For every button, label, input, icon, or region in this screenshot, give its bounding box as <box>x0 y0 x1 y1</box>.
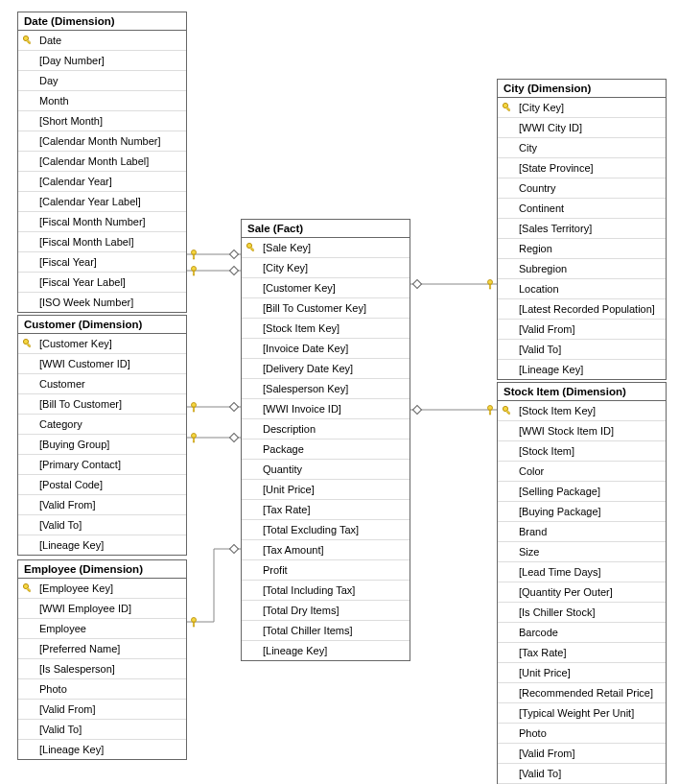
field-row[interactable]: [Lead Time Days] <box>498 562 666 582</box>
field-row[interactable]: [Valid To] <box>498 340 666 360</box>
field-row[interactable]: [Bill To Customer] <box>18 394 186 415</box>
field-row[interactable]: Continent <box>498 199 666 219</box>
field-row[interactable]: [Sales Territory] <box>498 219 666 239</box>
field-row[interactable]: [Primary Contact] <box>18 455 186 475</box>
field-row[interactable]: [Fiscal Year] <box>18 252 186 273</box>
field-row[interactable]: [Lineage Key] <box>498 360 666 379</box>
field-row[interactable]: [Unit Price] <box>498 663 666 683</box>
field-row[interactable]: Description <box>242 419 410 440</box>
field-row[interactable]: [Valid From] <box>18 700 186 720</box>
field-row[interactable]: [WWI Employee ID] <box>18 599 186 619</box>
field-row[interactable]: [Valid From] <box>18 495 186 515</box>
field-row[interactable]: [Buying Group] <box>18 435 186 455</box>
field-row[interactable]: Profit <box>242 560 410 581</box>
field-row[interactable]: [Salesperson Key] <box>242 379 410 399</box>
table-employee[interactable]: Employee (Dimension) [Employee Key][WWI … <box>17 559 187 760</box>
field-row[interactable]: [City Key] <box>242 258 410 278</box>
field-row[interactable]: [Stock Item] <box>498 441 666 462</box>
field-row[interactable]: [Delivery Date Key] <box>242 359 410 379</box>
field-row[interactable]: [Employee Key] <box>18 579 186 599</box>
field-row[interactable]: [Lineage Key] <box>242 641 410 660</box>
field-label: [Unit Price] <box>263 484 315 495</box>
field-label: [Total Including Tax] <box>263 584 355 596</box>
field-row[interactable]: [Fiscal Year Label] <box>18 273 186 293</box>
field-row[interactable]: Date <box>18 31 186 51</box>
field-row[interactable]: [Is Salesperson] <box>18 659 186 679</box>
field-row[interactable]: [Calendar Year Label] <box>18 192 186 212</box>
field-row[interactable]: [Bill To Customer Key] <box>242 298 410 319</box>
field-row[interactable]: Photo <box>18 679 186 700</box>
field-row[interactable]: [Preferred Name] <box>18 639 186 659</box>
field-row[interactable]: [Tax Amount] <box>242 540 410 560</box>
field-row[interactable]: [Tax Rate] <box>498 643 666 663</box>
field-row[interactable]: [Total Excluding Tax] <box>242 520 410 540</box>
table-date[interactable]: Date (Dimension) Date[Day Number]DayMont… <box>17 12 187 313</box>
field-row[interactable]: [Calendar Month Number] <box>18 131 186 152</box>
field-row[interactable]: [Recommended Retail Price] <box>498 683 666 703</box>
table-city[interactable]: City (Dimension) [City Key][WWI City ID]… <box>497 79 667 380</box>
field-row[interactable]: [Valid From] <box>498 320 666 340</box>
field-row[interactable]: Brand <box>498 522 666 542</box>
table-header: Date (Dimension) <box>18 12 186 31</box>
field-row[interactable]: [Is Chiller Stock] <box>498 603 666 623</box>
field-row[interactable]: Package <box>242 440 410 460</box>
field-row[interactable]: [Customer Key] <box>242 278 410 298</box>
field-row[interactable]: [Fiscal Month Label] <box>18 232 186 252</box>
field-label: [Fiscal Year] <box>39 256 97 268</box>
field-row[interactable]: [Customer Key] <box>18 334 186 354</box>
field-row[interactable]: Subregion <box>498 259 666 279</box>
field-row[interactable]: Month <box>18 91 186 111</box>
field-row[interactable]: [Calendar Year] <box>18 172 186 192</box>
field-row[interactable]: City <box>498 138 666 158</box>
field-row[interactable]: [WWI Stock Item ID] <box>498 421 666 441</box>
field-row[interactable]: [WWI Customer ID] <box>18 354 186 374</box>
field-row[interactable]: Photo <box>498 724 666 744</box>
field-row[interactable]: [Stock Item Key] <box>242 319 410 339</box>
field-row[interactable]: Color <box>498 462 666 482</box>
field-row[interactable]: [Calendar Month Label] <box>18 152 186 172</box>
field-row[interactable]: [Fiscal Month Number] <box>18 212 186 232</box>
field-row[interactable]: [Total Dry Items] <box>242 601 410 621</box>
field-row[interactable]: [Valid To] <box>498 764 666 784</box>
field-row[interactable]: Quantity <box>242 460 410 480</box>
field-row[interactable]: [Valid From] <box>498 744 666 764</box>
field-row[interactable]: [Lineage Key] <box>18 740 186 759</box>
field-row[interactable]: Category <box>18 415 186 435</box>
field-row[interactable]: [Sale Key] <box>242 238 410 258</box>
field-row[interactable]: [Short Month] <box>18 111 186 131</box>
field-row[interactable]: [WWI City ID] <box>498 118 666 138</box>
field-row[interactable]: [Postal Code] <box>18 475 186 495</box>
field-row[interactable]: [Valid To] <box>18 720 186 740</box>
field-row[interactable]: [City Key] <box>498 98 666 118</box>
field-row[interactable]: Employee <box>18 619 186 639</box>
field-row[interactable]: [State Province] <box>498 158 666 178</box>
field-row[interactable]: [Unit Price] <box>242 480 410 500</box>
field-row[interactable]: [Tax Rate] <box>242 500 410 520</box>
field-row[interactable]: [Selling Package] <box>498 482 666 502</box>
field-row[interactable]: [Total Including Tax] <box>242 581 410 601</box>
field-row[interactable]: [Day Number] <box>18 51 186 71</box>
table-sale[interactable]: Sale (Fact) [Sale Key][City Key][Custome… <box>241 219 410 661</box>
field-row[interactable]: [WWI Invoice ID] <box>242 399 410 419</box>
field-row[interactable]: [Buying Package] <box>498 502 666 522</box>
table-stockitem[interactable]: Stock Item (Dimension) [Stock Item Key][… <box>497 382 667 784</box>
field-row[interactable]: Country <box>498 178 666 199</box>
field-row[interactable]: [Latest Recorded Population] <box>498 299 666 320</box>
field-row[interactable]: [Invoice Date Key] <box>242 339 410 359</box>
field-row[interactable]: Size <box>498 542 666 562</box>
field-label: [Fiscal Month Number] <box>39 216 146 227</box>
field-row[interactable]: [Quantity Per Outer] <box>498 582 666 603</box>
field-row[interactable]: Location <box>498 279 666 299</box>
table-customer[interactable]: Customer (Dimension) [Customer Key][WWI … <box>17 315 187 556</box>
field-row[interactable]: Customer <box>18 374 186 394</box>
field-row[interactable]: Region <box>498 239 666 259</box>
field-row[interactable]: [Valid To] <box>18 515 186 535</box>
field-label: Continent <box>519 202 564 214</box>
field-row[interactable]: [Lineage Key] <box>18 535 186 555</box>
field-row[interactable]: [Stock Item Key] <box>498 401 666 421</box>
field-row[interactable]: [Typical Weight Per Unit] <box>498 703 666 724</box>
field-row[interactable]: [Total Chiller Items] <box>242 621 410 641</box>
field-row[interactable]: [ISO Week Number] <box>18 293 186 312</box>
field-row[interactable]: Barcode <box>498 623 666 643</box>
field-row[interactable]: Day <box>18 71 186 91</box>
